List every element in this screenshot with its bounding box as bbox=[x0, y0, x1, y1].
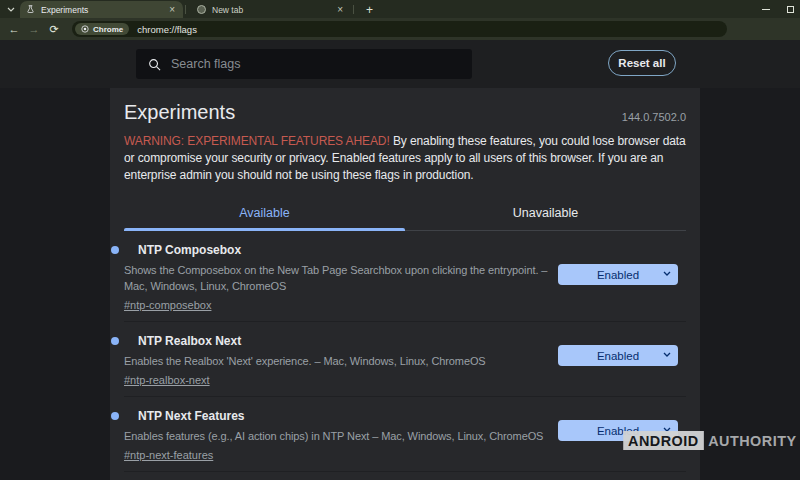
reset-all-button[interactable]: Reset all bbox=[608, 50, 676, 76]
flag-dot-icon bbox=[111, 412, 119, 420]
availability-tabs: Available Unavailable bbox=[124, 197, 686, 231]
flag-permalink[interactable]: #ntp-next-features bbox=[124, 449, 213, 461]
tab-search-button[interactable] bbox=[3, 2, 19, 16]
chevron-down-icon bbox=[663, 352, 671, 357]
browser-tab-strip: Experiments × New tab × + bbox=[0, 0, 800, 18]
content-column: Experiments 144.0.7502.0 WARNING: EXPERI… bbox=[110, 88, 700, 480]
address-bar[interactable]: Chrome chrome://flags bbox=[72, 21, 727, 37]
browser-toolbar: ← → ⟳ Chrome chrome://flags bbox=[0, 18, 800, 40]
android-authority-watermark: ANDROID AUTHORITY bbox=[623, 431, 796, 450]
chrome-logo-icon bbox=[81, 25, 89, 33]
forward-icon[interactable]: → bbox=[24, 23, 44, 35]
chrome-badge[interactable]: Chrome bbox=[75, 23, 129, 35]
tab-available[interactable]: Available bbox=[124, 197, 405, 231]
flag-row-ntp-realbox-next: NTP Realbox Next Enables the Realbox 'Ne… bbox=[124, 322, 686, 397]
search-icon bbox=[148, 58, 161, 71]
flask-icon bbox=[26, 5, 35, 14]
flag-row-ntp-next-features: NTP Next Features Enables features (e.g.… bbox=[124, 397, 686, 472]
chevron-down-icon bbox=[7, 7, 15, 12]
chrome-badge-label: Chrome bbox=[93, 25, 123, 34]
flag-state-select[interactable]: Enabled bbox=[558, 345, 678, 366]
chevron-down-icon bbox=[663, 271, 671, 276]
flag-permalink[interactable]: #ntp-composebox bbox=[124, 299, 211, 311]
flags-page-header: Reset all bbox=[0, 40, 800, 88]
flag-dot-icon bbox=[111, 337, 119, 345]
window-maximize-icon[interactable] bbox=[787, 6, 794, 13]
tab-close-icon[interactable]: × bbox=[335, 5, 345, 15]
tab-close-icon[interactable]: × bbox=[167, 5, 177, 15]
version-number: 144.0.7502.0 bbox=[622, 111, 686, 123]
back-icon[interactable]: ← bbox=[4, 23, 24, 35]
search-flags-box[interactable] bbox=[136, 49, 472, 79]
search-flags-input[interactable] bbox=[171, 57, 431, 71]
flag-description: Enables features (e.g., AI action chips)… bbox=[124, 428, 558, 444]
warning-label: WARNING: EXPERIMENTAL FEATURES AHEAD! bbox=[124, 134, 390, 148]
window-minimize-icon[interactable] bbox=[762, 9, 770, 10]
flag-name: NTP Composebox bbox=[124, 243, 686, 258]
globe-icon bbox=[197, 5, 206, 14]
page-title: Experiments bbox=[124, 101, 235, 123]
tab-title: Experiments bbox=[41, 5, 167, 15]
tab-title: New tab bbox=[212, 5, 335, 15]
tab-divider bbox=[185, 5, 186, 14]
flag-state-select[interactable]: Enabled bbox=[558, 264, 678, 285]
flag-permalink[interactable]: #ntp-realbox-next bbox=[124, 374, 210, 386]
tab-new-tab[interactable]: New tab × bbox=[191, 1, 351, 18]
flag-dot-icon bbox=[111, 246, 119, 254]
watermark-android: ANDROID bbox=[623, 431, 703, 450]
new-tab-button[interactable]: + bbox=[362, 4, 377, 16]
reload-icon[interactable]: ⟳ bbox=[44, 23, 64, 36]
tab-unavailable[interactable]: Unavailable bbox=[405, 197, 686, 231]
flag-description: Enables the Realbox 'Next' experience. –… bbox=[124, 353, 558, 369]
tab-experiments[interactable]: Experiments × bbox=[20, 1, 183, 18]
page-background: Experiments 144.0.7502.0 WARNING: EXPERI… bbox=[0, 88, 800, 480]
warning-banner: WARNING: EXPERIMENTAL FEATURES AHEAD! By… bbox=[124, 133, 686, 184]
tab-divider bbox=[353, 5, 354, 14]
flag-row-ntp-composebox: NTP Composebox Shows the Composebox on t… bbox=[124, 231, 686, 322]
flag-description: Shows the Composebox on the New Tab Page… bbox=[124, 262, 558, 294]
watermark-authority: AUTHORITY bbox=[708, 432, 796, 449]
url-text: chrome://flags bbox=[137, 24, 197, 35]
